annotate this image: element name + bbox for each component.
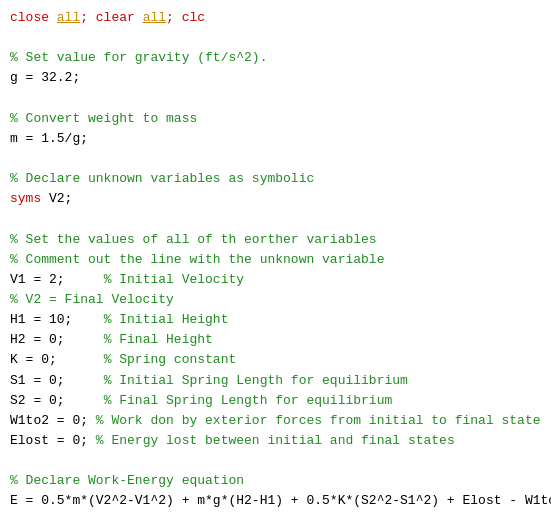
keyword-clc: ; clc <box>166 10 205 25</box>
comment: % Final Spring Length for equilibrium <box>104 393 393 408</box>
code-line-blank <box>10 28 541 48</box>
code-text: V1 = 2; <box>10 272 104 287</box>
comment: % Initial Height <box>104 312 229 327</box>
comment: % Energy lost between initial and final … <box>96 433 455 448</box>
comment: % Declare Work-Energy equation <box>10 473 244 488</box>
code-line-syms: syms V2; <box>10 189 541 209</box>
code-line-comment2: % Convert weight to mass <box>10 109 541 129</box>
code-line-blank4 <box>10 209 541 229</box>
code-text: K = 0; <box>10 352 104 367</box>
comment: % Work don by exterior forces from initi… <box>96 413 541 428</box>
code-line-comment3: % Declare unknown variables as symbolic <box>10 169 541 189</box>
code-line-comment1: % Set value for gravity (ft/s^2). <box>10 48 541 68</box>
code-text: H1 = 10; <box>10 312 104 327</box>
code-line-comment7: % Declare Work-Energy equation <box>10 471 541 491</box>
comment: % Final Height <box>104 332 213 347</box>
code-line: close all; clear all; clc <box>10 8 541 28</box>
comment: % V2 = Final Velocity <box>10 292 174 307</box>
code-line-w1to2: W1to2 = 0; % Work don by exterior forces… <box>10 411 541 431</box>
code-text: Elost = 0; <box>10 433 96 448</box>
comment: % Comment out the line with the unknown … <box>10 252 384 267</box>
code-text: S2 = 0; <box>10 393 104 408</box>
code-line-g: g = 32.2; <box>10 68 541 88</box>
comment: % Spring constant <box>104 352 237 367</box>
code-line-blank3 <box>10 149 541 169</box>
comment: % Convert weight to mass <box>10 111 197 126</box>
code-line-e: E = 0.5*m*(V2^2-V1^2) + m*g*(H2-H1) + 0.… <box>10 491 541 511</box>
code-text: m = 1.5/g; <box>10 131 88 146</box>
code-text: S1 = 0; <box>10 373 104 388</box>
code-text: g = 32.2; <box>10 70 80 85</box>
keyword-syms: syms <box>10 191 41 206</box>
code-text: V2; <box>41 191 72 206</box>
keyword-close: close <box>10 10 57 25</box>
keyword-clear: ; clear <box>80 10 142 25</box>
comment: % Initial Spring Length for equilibrium <box>104 373 408 388</box>
comment: % Set the values of all of th eorther va… <box>10 232 377 247</box>
code-line-comment6: % V2 = Final Velocity <box>10 290 541 310</box>
code-line-k: K = 0; % Spring constant <box>10 350 541 370</box>
code-line-blank5 <box>10 451 541 471</box>
code-line-comment5: % Comment out the line with the unknown … <box>10 250 541 270</box>
code-line-s2: S2 = 0; % Final Spring Length for equili… <box>10 391 541 411</box>
code-text: W1to2 = 0; <box>10 413 96 428</box>
code-line-blank2 <box>10 89 541 109</box>
comment: % Declare unknown variables as symbolic <box>10 171 314 186</box>
code-text: E = 0.5*m*(V2^2-V1^2) + m*g*(H2-H1) + 0.… <box>10 493 551 508</box>
code-editor: close all; clear all; clc % Set value fo… <box>0 0 551 530</box>
comment: % Set value for gravity (ft/s^2). <box>10 50 267 65</box>
keyword-all2: all <box>143 10 166 25</box>
code-text: H2 = 0; <box>10 332 104 347</box>
code-line-elost: Elost = 0; % Energy lost between initial… <box>10 431 541 451</box>
code-line-blank6 <box>10 512 541 530</box>
code-line-h2: H2 = 0; % Final Height <box>10 330 541 350</box>
code-line-v1: V1 = 2; % Initial Velocity <box>10 270 541 290</box>
code-line-s1: S1 = 0; % Initial Spring Length for equi… <box>10 371 541 391</box>
code-line-comment4: % Set the values of all of th eorther va… <box>10 230 541 250</box>
code-line-m: m = 1.5/g; <box>10 129 541 149</box>
code-line-h1: H1 = 10; % Initial Height <box>10 310 541 330</box>
keyword-all: all <box>57 10 80 25</box>
comment: % Initial Velocity <box>104 272 244 287</box>
